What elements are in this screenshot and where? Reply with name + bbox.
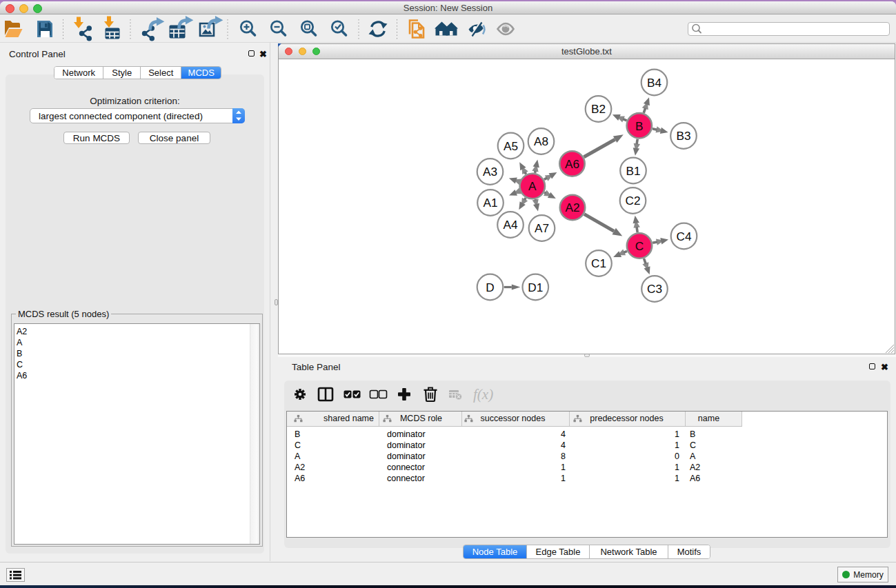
svg-text:A6: A6 — [565, 157, 579, 171]
svg-text:B: B — [635, 119, 643, 133]
svg-text:B2: B2 — [591, 102, 606, 116]
svg-text:A4: A4 — [503, 218, 517, 232]
svg-text:A7: A7 — [535, 221, 549, 235]
svg-text:A1: A1 — [483, 196, 497, 210]
svg-text:C3: C3 — [647, 282, 662, 296]
svg-text:C2: C2 — [626, 194, 641, 207]
svg-text:A3: A3 — [483, 165, 497, 179]
svg-text:C1: C1 — [591, 256, 606, 270]
svg-text:B1: B1 — [626, 164, 640, 178]
svg-text:B4: B4 — [647, 76, 661, 90]
svg-text:A: A — [528, 179, 537, 193]
svg-text:D: D — [486, 281, 494, 294]
svg-text:D1: D1 — [528, 281, 543, 294]
svg-text:A5: A5 — [504, 139, 518, 153]
svg-text:B3: B3 — [676, 129, 690, 143]
svg-text:C4: C4 — [677, 230, 692, 243]
svg-text:C: C — [635, 239, 644, 253]
svg-text:A2: A2 — [565, 201, 579, 214]
svg-text:A8: A8 — [534, 134, 548, 148]
